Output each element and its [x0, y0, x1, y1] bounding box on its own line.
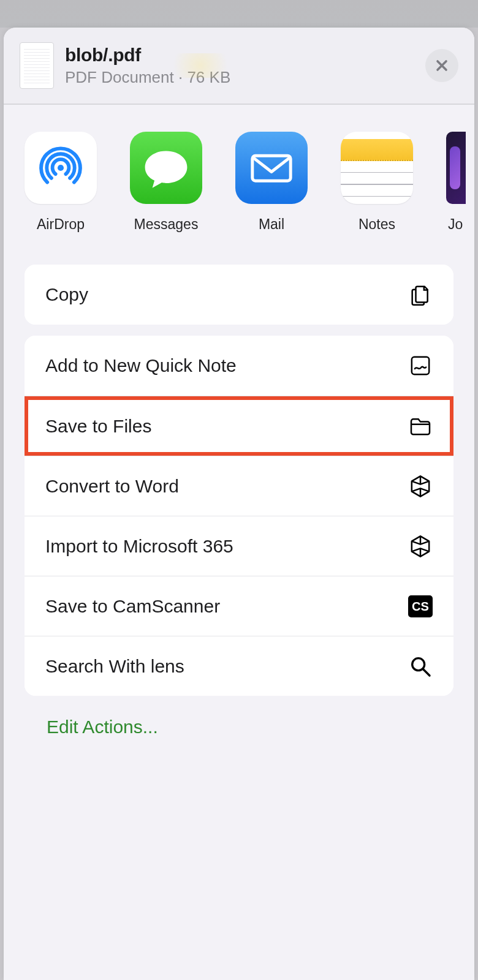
action-label: Save to CamScanner [45, 596, 220, 617]
action-save-camscanner[interactable]: Save to CamScanner CS [25, 576, 453, 636]
app-label: AirDrop [25, 216, 97, 233]
app-label: Messages [130, 216, 202, 233]
share-app-journal[interactable]: Jo [446, 132, 465, 233]
share-app-notes[interactable]: Notes [341, 132, 413, 233]
action-group-copy: Copy [25, 265, 453, 325]
action-search-with-lens[interactable]: Search With lens [25, 636, 453, 696]
share-app-airdrop[interactable]: AirDrop [25, 132, 97, 233]
action-label: Add to New Quick Note [45, 355, 237, 376]
action-group-main: Add to New Quick Note Save to Files Conv… [25, 336, 453, 696]
action-import-microsoft-365[interactable]: Import to Microsoft 365 [25, 516, 453, 576]
action-convert-to-word[interactable]: Convert to Word [25, 456, 453, 516]
document-info: blob/.pdf PDF Document · 76 KB [65, 45, 425, 87]
airdrop-icon [25, 132, 97, 204]
share-sheet: blob/.pdf PDF Document · 76 KB [4, 28, 474, 980]
action-label: Save to Files [45, 416, 151, 437]
svg-rect-2 [412, 357, 429, 374]
document-subtitle: PDF Document · 76 KB [65, 68, 425, 87]
app-label: Mail [235, 216, 308, 233]
ms365-icon [408, 474, 433, 499]
svg-rect-1 [252, 156, 290, 181]
share-app-messages[interactable]: Messages [130, 132, 202, 233]
action-label: Search With lens [45, 656, 184, 677]
quick-note-icon [408, 353, 433, 378]
search-icon [408, 654, 433, 679]
app-label: Notes [341, 216, 413, 233]
close-button[interactable] [425, 49, 458, 82]
svg-point-3 [412, 658, 425, 670]
document-title: blob/.pdf [65, 45, 425, 66]
document-thumbnail[interactable] [20, 42, 54, 89]
background-toolbar [0, 0, 478, 28]
messages-icon [130, 132, 202, 204]
notes-icon [341, 132, 413, 204]
close-icon [434, 58, 449, 73]
action-save-to-files[interactable]: Save to Files [25, 396, 453, 456]
action-label: Import to Microsoft 365 [45, 536, 233, 557]
share-app-mail[interactable]: Mail [235, 132, 308, 233]
share-header: blob/.pdf PDF Document · 76 KB [4, 28, 474, 104]
app-label: Jo [446, 216, 465, 233]
folder-icon [408, 414, 433, 439]
edit-actions-link[interactable]: Edit Actions... [47, 717, 158, 737]
action-label: Copy [45, 284, 88, 305]
action-label: Convert to Word [45, 476, 179, 497]
svg-point-0 [58, 165, 64, 171]
copy-icon [408, 282, 433, 307]
journal-icon [446, 132, 466, 204]
action-add-quick-note[interactable]: Add to New Quick Note [25, 336, 453, 396]
share-apps-row[interactable]: AirDrop Messages Mail [4, 105, 474, 245]
action-copy[interactable]: Copy [25, 265, 453, 325]
ms365-icon [408, 534, 433, 559]
camscanner-icon: CS [408, 594, 433, 619]
mail-icon [235, 132, 308, 204]
